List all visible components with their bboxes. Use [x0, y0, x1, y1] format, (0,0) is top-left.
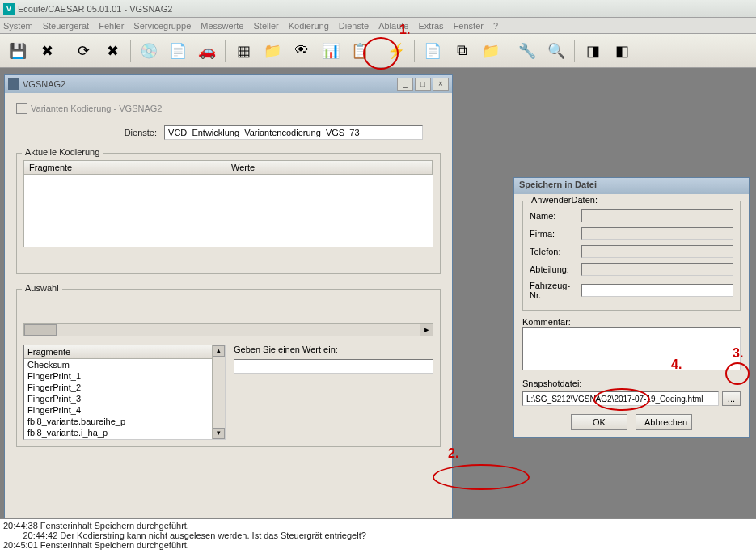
list-item[interactable]: fbl8_variante.i_va_gld_p	[24, 438, 212, 439]
mdi-area: VGSNAG2 _ □ × Varianten Kodierung - VGSN…	[0, 68, 756, 558]
browse-button[interactable]: ...	[722, 391, 741, 406]
list-header[interactable]: Fragmente	[24, 345, 212, 359]
snapshot-label: Snapshotdatei:	[522, 378, 741, 388]
grid-header: Fragmente Werte	[23, 160, 433, 175]
value-prompt-label: Geben Sie einen Wert ein:	[234, 345, 433, 354]
col-werte[interactable]: Werte	[226, 161, 433, 174]
cancel-button[interactable]: Abbrechen	[636, 414, 692, 430]
toolbar-button-19[interactable]: ⧉	[449, 38, 475, 64]
menu-fehler[interactable]: Fehler	[99, 21, 124, 31]
toolbar-button-4[interactable]: ✖	[99, 38, 125, 64]
list-item[interactable]: Checksum	[24, 359, 212, 370]
toolbar-button-13[interactable]: 📊	[318, 38, 344, 64]
col-fragmente[interactable]: Fragmente	[24, 161, 226, 174]
toolbar-button-25[interactable]: ◨	[580, 38, 606, 64]
titlebar: V Ecoute/CAESAR 05.01.01 - VGSNAG2	[0, 0, 756, 18]
name-field[interactable]	[581, 209, 733, 222]
ok-button[interactable]: OK	[571, 414, 627, 430]
toolbar-button-11[interactable]: 📁	[260, 38, 285, 64]
menubar: System Steuergerät Fehler Servicegruppe …	[0, 18, 756, 34]
close-button[interactable]: ×	[433, 78, 449, 91]
toolbar-button-18[interactable]: 📄	[420, 38, 446, 64]
group-anwenderdaten: AnwenderDaten: Name: Firma: Telefon: Abt…	[522, 201, 741, 311]
subwindow-title: VGSNAG2	[23, 79, 65, 89]
toolbar-button-1[interactable]: ✖	[34, 38, 60, 64]
toolbar-button-14[interactable]: 📋	[347, 38, 373, 64]
menu-messwerte[interactable]: Messwerte	[201, 21, 243, 31]
toolbar-button-12[interactable]: 👁	[289, 38, 315, 64]
menu-help[interactable]: ?	[493, 21, 498, 31]
toolbar-button-23[interactable]: 🔍	[543, 38, 569, 64]
menu-steuergeraet[interactable]: Steuergerät	[43, 21, 89, 31]
list-item[interactable]: FingerPrint_2	[24, 382, 212, 393]
toolbar-button-3[interactable]: ⟳	[70, 38, 96, 64]
toolbar-button-10[interactable]: ▦	[230, 38, 256, 64]
toolbar-button-8[interactable]: 🚗	[194, 38, 220, 64]
menu-servicegruppe[interactable]: Servicegruppe	[133, 21, 191, 31]
log-panel[interactable]: 20:44:38 Fensterinhalt Speichern durchge…	[0, 518, 756, 558]
menu-steller[interactable]: Steller	[253, 21, 278, 31]
log-line: 20:44:38 Fensterinhalt Speichern durchge…	[3, 521, 753, 531]
list-item[interactable]: fbl8_variante.i_ha_p	[24, 427, 212, 438]
dienste-field[interactable]	[164, 125, 423, 140]
save-dialog: Speichern in Datei AnwenderDaten: Name: …	[513, 177, 750, 438]
annotation-2: 2.	[448, 446, 458, 461]
inner-title: Varianten Kodierung - VGSNAG2	[16, 103, 441, 114]
log-line: 20:45:01 Fensterinhalt Speichern durchge…	[3, 540, 753, 550]
toolbar-button-0[interactable]: 💾	[5, 38, 31, 64]
dialog-title[interactable]: Speichern in Datei	[514, 178, 749, 194]
annotation-1: 1.	[399, 23, 410, 37]
dienste-label: Dienste:	[97, 128, 162, 137]
telefon-field[interactable]	[581, 245, 733, 258]
window-icon	[16, 103, 27, 114]
menu-dienste[interactable]: Dienste	[339, 21, 369, 31]
group-aktuelle-kodierung: Aktuelle Kodierung Fragmente Werte	[16, 153, 441, 274]
menu-system[interactable]: System	[3, 21, 33, 31]
fahrzeug-label: Fahrzeug-Nr.	[530, 281, 581, 300]
value-input[interactable]	[234, 359, 433, 374]
telefon-label: Telefon:	[530, 247, 581, 256]
list-item[interactable]: FingerPrint_4	[24, 404, 212, 416]
log-line: 20:44:42 Der Kodierstring kann nicht aus…	[3, 531, 753, 540]
horizontal-scrollbar[interactable]: ▸	[23, 323, 433, 336]
abteilung-field[interactable]	[581, 263, 733, 276]
app-icon: V	[3, 3, 15, 15]
maximize-button[interactable]: □	[415, 78, 431, 91]
toolbar-button-22[interactable]: 🔧	[514, 38, 540, 64]
toolbar-button-20[interactable]: 📁	[478, 38, 504, 64]
annotation-4: 4.	[671, 357, 682, 372]
abteilung-label: Abteilung:	[530, 264, 581, 274]
name-label: Name:	[530, 211, 581, 221]
app-title: Ecoute/CAESAR 05.01.01 - VGSNAG2	[18, 4, 172, 14]
menu-kodierung[interactable]: Kodierung	[289, 21, 329, 31]
group-auswahl: Auswahl ▸ Fragmente ChecksumFingerPrint_…	[16, 289, 441, 447]
toolbar-button-26[interactable]: ◧	[609, 38, 635, 64]
toolbar: 💾✖⟳✖💿📄🚗▦📁👁📊📋⚡📄⧉📁🔧🔍◨◧	[0, 34, 756, 68]
list-scrollbar[interactable]: ▴▾	[212, 345, 225, 439]
snapshot-path-field[interactable]	[522, 391, 719, 406]
firma-label: Firma:	[530, 229, 581, 239]
toolbar-button-16[interactable]: ⚡	[383, 38, 409, 64]
fragmente-listbox[interactable]: Fragmente ChecksumFingerPrint_1FingerPri…	[23, 345, 226, 440]
kommentar-label: Kommentar:	[522, 317, 741, 327]
menu-fenster[interactable]: Fenster	[454, 21, 484, 31]
fahrzeug-field[interactable]	[581, 284, 733, 297]
minimize-button[interactable]: _	[397, 78, 413, 91]
kommentar-textarea[interactable]	[522, 327, 741, 370]
annotation-3: 3.	[733, 346, 743, 361]
subwindow-titlebar[interactable]: VGSNAG2 _ □ ×	[5, 75, 452, 93]
grid-body[interactable]	[23, 175, 433, 247]
subwindow-icon	[8, 78, 19, 90]
list-item[interactable]: FingerPrint_3	[24, 393, 212, 404]
toolbar-button-7[interactable]: 📄	[165, 38, 191, 64]
firma-field[interactable]	[581, 227, 733, 240]
subwindow-vgsnag2: VGSNAG2 _ □ × Varianten Kodierung - VGSN…	[4, 74, 453, 555]
toolbar-button-6[interactable]: 💿	[136, 38, 162, 64]
list-item[interactable]: fbl8_variante.baureihe_p	[24, 416, 212, 427]
menu-extras[interactable]: Extras	[418, 21, 443, 31]
list-item[interactable]: FingerPrint_1	[24, 370, 212, 382]
